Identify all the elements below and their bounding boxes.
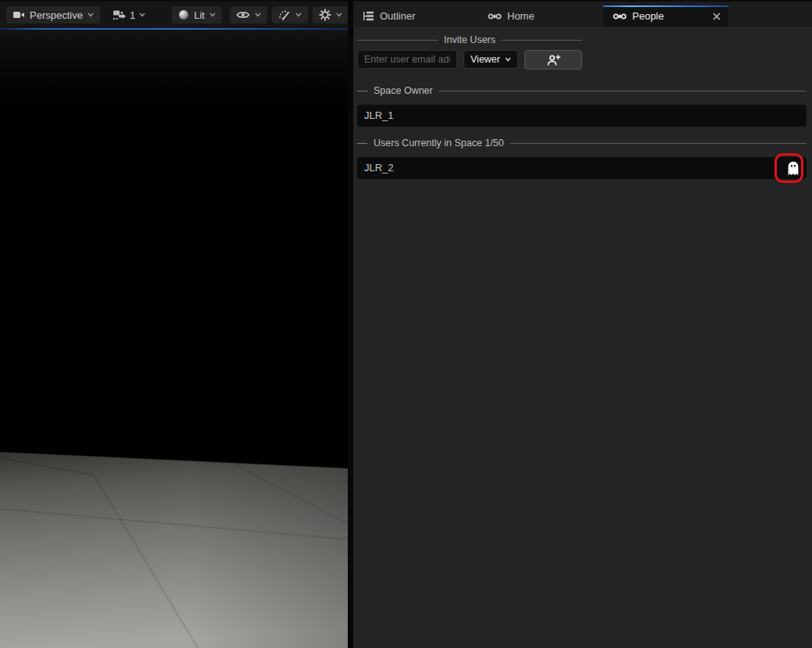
owner-row: JLR_1 <box>357 105 807 127</box>
camera-speed-value: 1 <box>130 9 135 21</box>
viewport-toolbar: Perspective 1 <box>0 0 348 28</box>
tab-label: People <box>632 10 664 22</box>
user-row: JLR_2 <box>357 157 807 179</box>
tab-home[interactable]: Home <box>478 5 603 27</box>
panel-tab-bar: Outliner Home People <box>353 0 812 27</box>
tab-label: Outliner <box>380 10 416 22</box>
panel-divider[interactable] <box>348 0 353 648</box>
role-value: Viewer <box>470 54 500 65</box>
chevron-down-icon <box>255 13 261 17</box>
camera-speed-icon <box>113 9 126 21</box>
invite-email-input[interactable] <box>357 50 457 69</box>
users-section-title: Users Currently in Space 1/50 <box>374 138 504 149</box>
view-mode-label: Lit <box>194 9 205 21</box>
close-icon <box>713 13 721 20</box>
camera-icon <box>13 9 25 20</box>
outliner-icon <box>363 11 374 21</box>
divider-dash <box>357 91 367 91</box>
chevron-down-icon <box>505 57 511 62</box>
divider-line <box>439 91 807 91</box>
person-plus-icon <box>546 54 561 66</box>
app-window: Perspective 1 <box>0 0 812 648</box>
divider-dash <box>357 143 367 144</box>
link-icon <box>613 12 627 21</box>
divider-line <box>510 143 807 144</box>
invite-role-select[interactable]: Viewer <box>463 50 518 69</box>
user-name: JLR_2 <box>364 162 394 174</box>
viewport-focus-accent <box>0 28 348 30</box>
viewport-canvas[interactable] <box>0 30 348 648</box>
divider-line <box>357 40 438 41</box>
invite-user-button[interactable] <box>524 50 582 70</box>
screen-effects-dropdown[interactable] <box>272 6 308 23</box>
owner-name: JLR_1 <box>364 109 394 121</box>
invite-controls: Viewer <box>357 50 582 69</box>
gauge-icon <box>278 9 291 21</box>
chevron-down-icon <box>209 13 216 17</box>
side-panel: Outliner Home People <box>353 0 812 648</box>
users-section-header: Users Currently in Space 1/50 <box>357 137 807 149</box>
gear-icon <box>319 9 331 21</box>
chevron-down-icon <box>295 13 302 17</box>
link-icon <box>488 12 502 21</box>
viewport-settings-dropdown[interactable] <box>313 6 349 23</box>
camera-speed-dropdown[interactable]: 1 <box>108 6 150 23</box>
eye-icon <box>236 10 250 20</box>
close-tab-button[interactable] <box>713 13 721 20</box>
invite-users-title: Invite Users <box>444 34 495 45</box>
chevron-down-icon <box>88 13 94 17</box>
tab-outliner[interactable]: Outliner <box>353 5 478 27</box>
show-flags-dropdown[interactable] <box>230 6 267 23</box>
3d-viewport[interactable]: Perspective 1 <box>0 0 348 648</box>
ghost-mode-button[interactable] <box>785 159 802 177</box>
view-mode-dropdown[interactable]: Lit <box>172 6 222 23</box>
invite-users-section-header: Invite Users <box>357 34 582 46</box>
perspective-label: Perspective <box>30 9 83 21</box>
lit-sphere-icon <box>178 9 189 20</box>
chevron-down-icon <box>139 13 145 17</box>
divider-line <box>502 40 582 41</box>
tab-label: Home <box>507 10 535 22</box>
space-owner-title: Space Owner <box>374 85 433 96</box>
chevron-down-icon <box>336 13 342 17</box>
tab-people[interactable]: People <box>603 5 728 27</box>
space-owner-section-header: Space Owner <box>357 84 807 97</box>
perspective-dropdown[interactable]: Perspective <box>6 6 100 23</box>
ghost-icon <box>787 161 799 176</box>
